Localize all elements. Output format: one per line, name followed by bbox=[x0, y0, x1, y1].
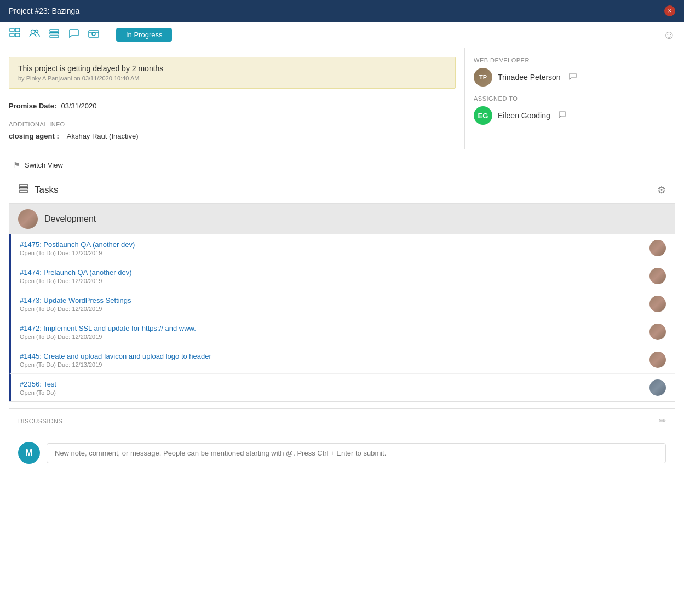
svg-point-10 bbox=[92, 32, 95, 36]
discussion-user-avatar: M bbox=[18, 442, 40, 464]
task-2356-meta: Open (To Do) bbox=[20, 389, 649, 396]
svg-point-5 bbox=[36, 30, 38, 33]
task-item: #2356: Test Open (To Do) bbox=[9, 374, 675, 401]
discussions-section: DISCUSSIONS ✏ M bbox=[9, 408, 675, 473]
assigned-to-name: Eileen Gooding bbox=[498, 111, 550, 120]
svg-rect-6 bbox=[50, 30, 59, 31]
promise-date-label: Promise Date: bbox=[9, 102, 56, 110]
task-1472-avatar bbox=[649, 324, 666, 340]
discussions-title: DISCUSSIONS bbox=[18, 418, 62, 424]
task-2356-avatar bbox=[649, 379, 666, 396]
additional-info: ADDITIONAL INFO closing agent : Akshay R… bbox=[9, 121, 456, 140]
task-item: #1474: Prelaunch QA (another dev) Open (… bbox=[9, 262, 675, 290]
tasks-section: Tasks ⚙ Development #1475: Postlaunch QA… bbox=[9, 176, 675, 402]
status-badge: In Progress bbox=[116, 28, 172, 42]
task-1473-avatar bbox=[649, 296, 666, 312]
task-1475-avatar bbox=[649, 240, 666, 256]
discussions-input-row: M bbox=[9, 433, 675, 473]
assigned-to-avatar: EG bbox=[474, 106, 492, 125]
svg-rect-9 bbox=[89, 31, 99, 37]
money-icon[interactable] bbox=[88, 27, 100, 42]
group-title: Development bbox=[44, 214, 96, 224]
svg-rect-2 bbox=[10, 33, 14, 37]
task-1472-meta: Open (To Do) Due: 12/20/2019 bbox=[20, 333, 649, 340]
task-item: #1473: Update WordPress Settings Open (T… bbox=[9, 290, 675, 318]
task-1445-avatar bbox=[649, 352, 666, 368]
group-header: Development bbox=[9, 204, 675, 234]
task-1473-meta: Open (To Do) Due: 12/20/2019 bbox=[20, 306, 649, 312]
closing-agent-label: closing agent : bbox=[9, 132, 59, 140]
tasks-icon bbox=[18, 183, 29, 197]
info-left: This project is getting delayed by 2 mon… bbox=[0, 48, 465, 149]
edit-icon[interactable]: ✏ bbox=[659, 416, 666, 426]
task-item: #1445: Create and upload favicon and upl… bbox=[9, 346, 675, 374]
closing-agent-value: Akshay Raut (Inactive) bbox=[67, 132, 139, 140]
task-1472-link[interactable]: #1472: Implement SSL and update for http… bbox=[20, 324, 649, 332]
list-icon[interactable] bbox=[48, 27, 60, 42]
svg-rect-12 bbox=[19, 185, 28, 186]
close-button[interactable]: × bbox=[664, 5, 675, 16]
task-1475-info: #1475: Postlaunch QA (another dev) Open … bbox=[20, 240, 649, 256]
group-avatar bbox=[18, 209, 38, 229]
toolbar-icons: In Progress bbox=[9, 27, 172, 42]
switch-view-label: Switch View bbox=[25, 161, 63, 169]
closing-agent-row: closing agent : Akshay Raut (Inactive) bbox=[9, 132, 456, 140]
overview-icon[interactable] bbox=[9, 27, 21, 42]
web-developer-title: WEB DEVELOPER bbox=[474, 57, 675, 64]
toolbar: In Progress ☺ bbox=[0, 22, 684, 48]
discussion-input[interactable] bbox=[47, 443, 666, 463]
web-developer-chat-icon[interactable] bbox=[568, 72, 577, 83]
task-1445-info: #1445: Create and upload favicon and upl… bbox=[20, 352, 649, 368]
task-1475-link[interactable]: #1475: Postlaunch QA (another dev) bbox=[20, 240, 649, 249]
task-1445-link[interactable]: #1445: Create and upload favicon and upl… bbox=[20, 352, 649, 360]
svg-rect-7 bbox=[50, 33, 59, 34]
info-right: WEB DEVELOPER TP Trinadee Peterson ASSIG… bbox=[465, 48, 684, 149]
task-1475-meta: Open (To Do) Due: 12/20/2019 bbox=[20, 250, 649, 256]
window-title: Project #23: Bazinga bbox=[9, 7, 79, 15]
task-item: #1472: Implement SSL and update for http… bbox=[9, 318, 675, 346]
assigned-to-chat-icon[interactable] bbox=[558, 110, 567, 121]
svg-rect-1 bbox=[15, 28, 20, 32]
task-1474-link[interactable]: #1474: Prelaunch QA (another dev) bbox=[20, 268, 649, 277]
task-1474-avatar bbox=[649, 268, 666, 284]
info-panel: This project is getting delayed by 2 mon… bbox=[0, 48, 684, 149]
svg-rect-3 bbox=[15, 33, 20, 37]
task-1473-link[interactable]: #1473: Update WordPress Settings bbox=[20, 296, 649, 304]
svg-rect-13 bbox=[19, 188, 28, 189]
task-1472-info: #1472: Implement SSL and update for http… bbox=[20, 324, 649, 340]
main-content: ⚑ Switch View Tasks ⚙ bbox=[0, 149, 684, 616]
svg-rect-8 bbox=[50, 36, 59, 37]
tasks-title: Tasks bbox=[35, 185, 58, 195]
task-1474-info: #1474: Prelaunch QA (another dev) Open (… bbox=[20, 268, 649, 284]
people-icon[interactable] bbox=[28, 27, 41, 42]
alert-box: This project is getting delayed by 2 mon… bbox=[9, 57, 456, 89]
tasks-header: Tasks ⚙ bbox=[9, 176, 675, 204]
task-1445-meta: Open (To Do) Due: 12/13/2019 bbox=[20, 361, 649, 368]
task-1473-info: #1473: Update WordPress Settings Open (T… bbox=[20, 296, 649, 312]
task-item: #1475: Postlaunch QA (another dev) Open … bbox=[9, 234, 675, 262]
alert-title: This project is getting delayed by 2 mon… bbox=[18, 64, 446, 73]
web-developer-row: TP Trinadee Peterson bbox=[474, 68, 675, 87]
tasks-header-left: Tasks bbox=[18, 183, 58, 197]
assigned-to-row: EG Eileen Gooding bbox=[474, 106, 675, 125]
emoji-icon[interactable]: ☺ bbox=[663, 28, 675, 42]
switch-view-bar[interactable]: ⚑ Switch View bbox=[4, 154, 680, 176]
flag-icon: ⚑ bbox=[13, 160, 20, 169]
tasks-settings-icon[interactable]: ⚙ bbox=[657, 184, 666, 196]
web-developer-avatar: TP bbox=[474, 68, 492, 87]
promise-date-value: 03/31/2020 bbox=[61, 102, 96, 110]
svg-rect-0 bbox=[10, 28, 14, 32]
discussions-header: DISCUSSIONS ✏ bbox=[9, 409, 675, 433]
alert-meta: by Pinky A Panjwani on 03/11/2020 10:40 … bbox=[18, 75, 446, 82]
task-2356-info: #2356: Test Open (To Do) bbox=[20, 380, 649, 396]
task-2356-link[interactable]: #2356: Test bbox=[20, 380, 649, 388]
web-developer-section: WEB DEVELOPER TP Trinadee Peterson bbox=[474, 57, 675, 87]
additional-info-title: ADDITIONAL INFO bbox=[9, 121, 456, 128]
web-developer-name: Trinadee Peterson bbox=[498, 73, 561, 82]
svg-rect-14 bbox=[19, 191, 28, 192]
promise-date-row: Promise Date: 03/31/2020 bbox=[9, 97, 456, 114]
chat-icon[interactable] bbox=[68, 27, 80, 42]
task-1474-meta: Open (To Do) Due: 12/20/2019 bbox=[20, 278, 649, 284]
assigned-to-title: ASSIGNED TO bbox=[474, 95, 675, 102]
toolbar-right: ☺ bbox=[663, 28, 675, 42]
